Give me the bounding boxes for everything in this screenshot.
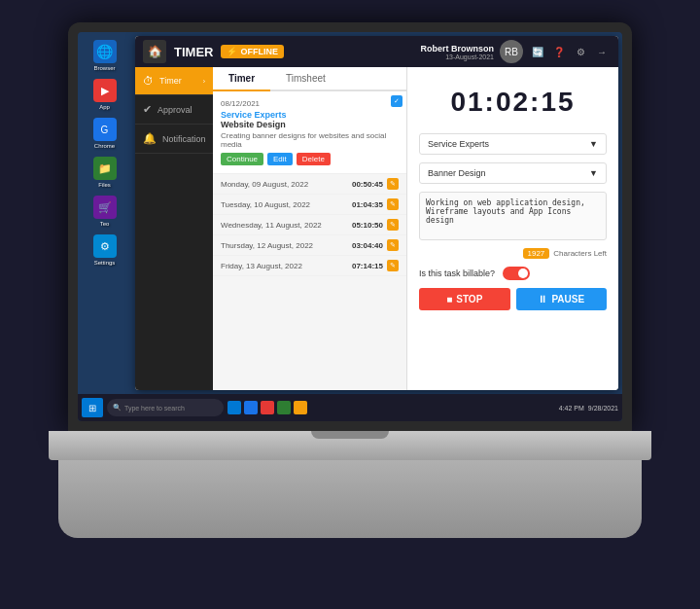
taskbar: ⊞ 🔍 Type here to search 4:42 PM — [78, 394, 622, 421]
stop-icon: ■ — [446, 294, 452, 304]
app-header: 🏠 TIMER ⚡ OFFLINE Robert Brownson 13-Aug — [135, 36, 618, 67]
log-icon-2[interactable]: ✎ — [387, 198, 399, 210]
logout-icon[interactable]: → — [593, 43, 611, 60]
entry-actions: Continue Edit Delete — [221, 153, 399, 165]
time-log-row: Monday, 09 August, 2022 00:50:45 ✎ — [213, 174, 406, 195]
taskbar-icon-1[interactable] — [228, 401, 241, 414]
desktop-icon-6[interactable]: ⚙ Settings — [93, 234, 117, 266]
header-actions: 🔄 ❓ ⚙ → — [529, 43, 611, 60]
log-icon-3[interactable]: ✎ — [387, 219, 399, 231]
edit-button[interactable]: Edit — [267, 153, 293, 165]
timer-entry: 08/12/2021 Service Experts Website Desig… — [213, 91, 406, 174]
desktop-icon-3[interactable]: G Chrome — [93, 118, 117, 149]
log-date-5: Friday, 13 August, 2022 — [221, 262, 348, 270]
offline-icon: ⚡ — [227, 47, 237, 56]
user-name: Robert Brownson — [421, 44, 495, 54]
sidebar-label-notification: Notification — [162, 134, 206, 144]
home-button[interactable]: 🏠 — [143, 40, 166, 63]
desktop-icon-1[interactable]: 🌐 Browser — [93, 40, 117, 71]
sidebar-label-approval: Approval — [158, 105, 192, 115]
pause-icon: ⏸ — [538, 294, 547, 304]
billable-label: Is this task billable? — [419, 269, 495, 278]
chevron-icon: › — [203, 78, 205, 85]
taskbar-date: 9/28/2021 — [588, 405, 618, 412]
sidebar-item-timer[interactable]: ⏱ Timer › — [135, 67, 213, 95]
approval-icon: ✔ — [143, 103, 152, 116]
tab-timer[interactable]: Timer — [213, 67, 270, 91]
chars-left-row: 1927 Characters Left — [419, 248, 607, 259]
time-log-row: Wednesday, 11 August, 2022 05:10:50 ✎ — [213, 215, 406, 235]
project-dropdown[interactable]: Banner Design ▼ — [419, 162, 607, 184]
time-log-row: Tuesday, 10 August, 2022 01:04:35 ✎ — [213, 195, 406, 215]
project-dropdown-icon: ▼ — [589, 168, 598, 178]
entry-description: Creating banner designs for websites and… — [221, 131, 399, 149]
app-body: ⏱ Timer › ✔ Approval 🔔 — [135, 67, 618, 390]
sidebar-item-notification[interactable]: 🔔 Notification — [135, 125, 213, 154]
delete-button[interactable]: Delete — [297, 153, 331, 165]
timer-panel: Timer Timsheet 08/12/2021 Service Expert… — [213, 67, 407, 390]
tabs: Timer Timsheet — [213, 67, 406, 91]
log-date-3: Wednesday, 11 August, 2022 — [221, 221, 348, 230]
timer-detail-panel: 01:02:15 Service Experts ▼ Banner Design — [407, 67, 618, 390]
chars-label: Characters Left — [553, 249, 607, 258]
taskbar-icon-2[interactable] — [244, 401, 258, 414]
log-date-1: Monday, 09 August, 2022 — [221, 180, 348, 189]
user-date: 13-August-2021 — [421, 54, 495, 60]
log-duration-4: 03:04:40 — [352, 241, 383, 250]
log-date-2: Tuesday, 10 August, 2022 — [221, 200, 348, 209]
notification-icon: 🔔 — [143, 132, 157, 145]
log-duration-2: 01:04:35 — [352, 200, 383, 209]
log-duration-3: 05:10:50 — [352, 221, 383, 230]
chars-count: 1927 — [523, 248, 550, 259]
search-placeholder: Type here to search — [124, 405, 185, 412]
home-icon: 🏠 — [148, 45, 162, 58]
desktop-icon-2[interactable]: ▶ App — [93, 79, 117, 110]
taskbar-icon-4[interactable] — [277, 401, 291, 414]
taskbar-search[interactable]: 🔍 Type here to search — [107, 399, 224, 416]
time-log-row: Thursday, 12 August, 2022 03:04:40 ✎ — [213, 235, 406, 256]
desktop-icon-4[interactable]: 📁 Files — [93, 157, 117, 188]
company-dropdown[interactable]: Service Experts ▼ — [419, 133, 607, 155]
description-field[interactable]: Working on web application design, Wiref… — [419, 192, 607, 240]
company-dropdown-icon: ▼ — [589, 139, 598, 149]
log-date-4: Thursday, 12 August, 2022 — [221, 241, 348, 250]
company-dropdown-value: Service Experts — [428, 139, 489, 149]
log-icon-4[interactable]: ✎ — [387, 239, 399, 251]
taskbar-icon-5[interactable] — [294, 401, 307, 414]
avatar: RB — [500, 40, 523, 63]
app-title: TIMER — [174, 45, 213, 59]
stop-button[interactable]: ■ STOP — [419, 288, 510, 310]
entry-project: Website Design — [221, 120, 399, 129]
billable-row: Is this task billable? — [419, 267, 607, 280]
sidebar: ⏱ Timer › ✔ Approval 🔔 — [135, 67, 213, 390]
log-icon-1[interactable]: ✎ — [387, 178, 399, 190]
log-duration-5: 07:14:15 — [352, 262, 383, 270]
settings-icon[interactable]: ⚙ — [572, 43, 589, 60]
app-window: 🏠 TIMER ⚡ OFFLINE Robert Brownson 13-Aug — [135, 36, 618, 390]
taskbar-icon-3[interactable] — [261, 401, 274, 414]
time-log-row: Friday, 13 August, 2022 07:14:15 ✎ — [213, 256, 406, 276]
timer-display: 01:02:15 — [419, 79, 607, 125]
main-content: Timer Timsheet 08/12/2021 Service Expert… — [213, 67, 618, 390]
taskbar-icons — [228, 401, 307, 414]
help-icon[interactable]: ❓ — [550, 43, 568, 60]
start-button[interactable]: ⊞ — [82, 398, 103, 417]
continue-button[interactable]: Continue — [221, 153, 263, 165]
timer-entry-wrapper: 08/12/2021 Service Experts Website Desig… — [213, 91, 406, 174]
log-duration-1: 00:50:45 — [352, 180, 383, 189]
taskbar-time: 4:42 PM — [559, 405, 584, 412]
taskbar-right: 4:42 PM 9/28/2021 — [559, 405, 618, 412]
sidebar-item-approval[interactable]: ✔ Approval — [135, 95, 213, 125]
pause-button[interactable]: ⏸ PAUSE — [516, 288, 608, 310]
log-icon-5[interactable]: ✎ — [387, 260, 399, 271]
user-details: Robert Brownson 13-August-2021 — [421, 44, 495, 60]
tab-timesheet[interactable]: Timsheet — [270, 67, 341, 91]
desktop-icons: 🌐 Browser ▶ App G — [78, 32, 131, 394]
billable-toggle[interactable] — [503, 267, 530, 280]
project-dropdown-value: Banner Design — [428, 168, 486, 178]
offline-badge: ⚡ OFFLINE — [221, 45, 284, 58]
action-buttons: ■ STOP ⏸ PAUSE — [419, 288, 607, 310]
refresh-icon[interactable]: 🔄 — [529, 43, 546, 60]
desktop-icon-5[interactable]: 🛒 Teo — [93, 196, 117, 227]
timer-icon: ⏱ — [143, 75, 154, 87]
